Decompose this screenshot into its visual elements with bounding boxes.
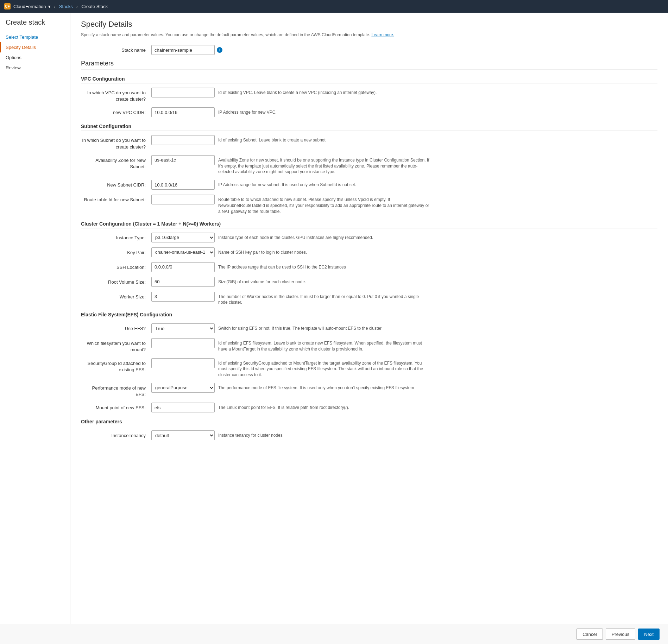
- stack-name-info-icon[interactable]: i: [217, 47, 222, 53]
- field-wrap-az: Availability Zone for new subnet, it sho…: [151, 155, 657, 175]
- field-wrap-vpc-id: Id of existing VPC. Leave blank to creat…: [151, 88, 657, 97]
- input-efs-filesystem-id[interactable]: [151, 338, 215, 348]
- stack-name-label: Stack name: [81, 45, 151, 53]
- field-group-use-efs: Use EFS?TrueFalseSwitch for using EFS or…: [81, 323, 657, 333]
- field-hint-efs-sg-id: Id of existing SecurityGroup attached to…: [218, 358, 429, 378]
- field-label-efs-performance-mode: Performance mode of new EFS:: [81, 383, 151, 398]
- sidebar-item-select-template[interactable]: Select Template: [0, 32, 70, 42]
- breadcrumb-separator: ›: [54, 4, 56, 9]
- select-use-efs[interactable]: TrueFalse: [151, 323, 215, 333]
- field-hint-instance-type: Instance type of each node in the cluste…: [218, 233, 373, 241]
- field-group-subnet-id: In which Subnet do you want to create cl…: [81, 135, 657, 150]
- field-group-efs-performance-mode: Performance mode of new EFS:generalPurpo…: [81, 383, 657, 398]
- sidebar-item-options[interactable]: Options: [0, 52, 70, 63]
- next-button[interactable]: Next: [638, 629, 660, 640]
- params-container: VPC ConfigurationIn which VPC do you wan…: [81, 76, 657, 440]
- breadcrumb-create-stack: Create Stack: [81, 4, 108, 9]
- sidebar-item-review[interactable]: Review: [0, 63, 70, 73]
- field-label-subnet-id: In which Subnet do you want to create cl…: [81, 135, 151, 150]
- field-wrap-efs-sg-id: Id of existing SecurityGroup attached to…: [151, 358, 657, 378]
- field-group-key-pair: Key Pair:chainer-omura-us-east-1Name of …: [81, 247, 657, 257]
- field-label-worker-size: Worker Size:: [81, 292, 151, 300]
- field-group-efs-mount-point: Mount point of new EFS:The Linux mount p…: [81, 403, 657, 412]
- field-label-root-volume-size: Root Volume Size:: [81, 277, 151, 285]
- field-hint-efs-mount-point: The Linux mount point for EFS. It is rel…: [218, 403, 349, 411]
- cancel-button[interactable]: Cancel: [576, 629, 603, 640]
- field-wrap-vpc-cidr: IP Address range for new VPC.: [151, 107, 657, 117]
- input-az[interactable]: [151, 155, 215, 165]
- field-group-subnet-cidr: New Subnet CIDR:IP Address range for new…: [81, 180, 657, 190]
- field-hint-root-volume-size: Size(GiB) of root volume for each cluste…: [218, 277, 306, 285]
- section-description: Specify a stack name and parameter value…: [81, 32, 657, 38]
- subsection-title: Subnet Configuration: [81, 124, 657, 131]
- field-label-efs-filesystem-id: Which filesystem you want to mount?: [81, 338, 151, 353]
- field-hint-instance-tenancy: Instance tenancy for cluster nodes.: [218, 430, 284, 438]
- top-navigation: CF CloudFormation ▾ › Stacks › Create St…: [0, 0, 668, 13]
- input-vpc-cidr[interactable]: [151, 107, 215, 117]
- service-name: CloudFormation ▾: [13, 4, 51, 9]
- field-label-instance-tenancy: InstanceTenancy: [81, 430, 151, 439]
- input-root-volume-size[interactable]: [151, 277, 215, 287]
- field-hint-vpc-id: Id of existing VPC. Leave blank to creat…: [218, 88, 377, 96]
- stack-name-input[interactable]: [151, 45, 215, 55]
- field-label-vpc-id: In which VPC do you want to create clust…: [81, 88, 151, 102]
- input-worker-size[interactable]: [151, 292, 215, 302]
- param-section-cluster-configuration--cluster---1-master---n---0--workers-: Cluster Configuration (Cluster = 1 Maste…: [81, 221, 657, 306]
- field-wrap-key-pair: chainer-omura-us-east-1Name of SSH key p…: [151, 247, 657, 257]
- field-label-efs-mount-point: Mount point of new EFS:: [81, 403, 151, 411]
- input-efs-mount-point[interactable]: [151, 403, 215, 412]
- field-wrap-route-table-id: Route table Id to which attached to new …: [151, 195, 657, 214]
- parameters-section: Parameters VPC ConfigurationIn which VPC…: [81, 60, 657, 440]
- select-instance-tenancy[interactable]: defaultdedicated: [151, 430, 215, 440]
- field-group-worker-size: Worker Size:The number of Worker nodes i…: [81, 292, 657, 306]
- input-subnet-id[interactable]: [151, 135, 215, 145]
- param-section-vpc-configuration: VPC ConfigurationIn which VPC do you wan…: [81, 76, 657, 117]
- sidebar: Create stack Select Template Specify Det…: [0, 13, 70, 644]
- dropdown-icon[interactable]: ▾: [48, 4, 51, 9]
- param-section-subnet-configuration: Subnet ConfigurationIn which Subnet do y…: [81, 124, 657, 214]
- field-wrap-ssh-location: The IP address range that can be used to…: [151, 262, 657, 272]
- select-template-link[interactable]: Select Template: [6, 34, 38, 40]
- input-subnet-cidr[interactable]: [151, 180, 215, 190]
- field-wrap-root-volume-size: Size(GiB) of root volume for each cluste…: [151, 277, 657, 287]
- field-group-ssh-location: SSH Location:The IP address range that c…: [81, 262, 657, 272]
- parameters-title: Parameters: [81, 60, 657, 70]
- field-hint-subnet-id: Id of existing Subnet. Leave blank to cr…: [218, 135, 327, 143]
- breadcrumb-stacks[interactable]: Stacks: [59, 4, 73, 9]
- field-label-route-table-id: Route table Id for new Subnet:: [81, 195, 151, 203]
- input-vpc-id[interactable]: [151, 88, 215, 97]
- select-instance-type[interactable]: p3.16xlargep3.8xlargep3.2xlargep2.16xlar…: [151, 233, 215, 242]
- field-label-use-efs: Use EFS?: [81, 323, 151, 332]
- field-wrap-efs-mount-point: The Linux mount point for EFS. It is rel…: [151, 403, 657, 412]
- subsection-title: Other parameters: [81, 419, 657, 426]
- page-section-title: Specify Details: [81, 20, 657, 29]
- input-efs-sg-id[interactable]: [151, 358, 215, 368]
- field-hint-efs-performance-mode: The performance mode of EFS file system.…: [218, 383, 414, 391]
- field-label-instance-type: Instance Type:: [81, 233, 151, 241]
- learn-more-link[interactable]: Learn more.: [371, 32, 394, 37]
- main-content: Specify Details Specify a stack name and…: [70, 13, 668, 644]
- field-group-root-volume-size: Root Volume Size:Size(GiB) of root volum…: [81, 277, 657, 287]
- page-title: Create stack: [0, 18, 70, 32]
- sidebar-item-specify-details[interactable]: Specify Details: [0, 42, 70, 52]
- field-group-vpc-cidr: new VPC CIDR:IP Address range for new VP…: [81, 107, 657, 117]
- field-wrap-subnet-cidr: IP Address range for new subnet. It is u…: [151, 180, 657, 190]
- select-efs-performance-mode[interactable]: generalPurposemaxIO: [151, 383, 215, 393]
- select-key-pair[interactable]: chainer-omura-us-east-1: [151, 247, 215, 257]
- input-route-table-id[interactable]: [151, 195, 215, 204]
- subsection-title: Cluster Configuration (Cluster = 1 Maste…: [81, 221, 657, 228]
- field-hint-key-pair: Name of SSH key pair to login to cluster…: [218, 247, 307, 255]
- field-group-route-table-id: Route table Id for new Subnet:Route tabl…: [81, 195, 657, 214]
- field-group-instance-tenancy: InstanceTenancydefaultdedicatedInstance …: [81, 430, 657, 440]
- field-wrap-instance-type: p3.16xlargep3.8xlargep3.2xlargep2.16xlar…: [151, 233, 657, 242]
- input-ssh-location[interactable]: [151, 262, 215, 272]
- field-group-vpc-id: In which VPC do you want to create clust…: [81, 88, 657, 102]
- field-group-efs-filesystem-id: Which filesystem you want to mount?Id of…: [81, 338, 657, 353]
- previous-button[interactable]: Previous: [606, 629, 636, 640]
- field-wrap-efs-performance-mode: generalPurposemaxIOThe performance mode …: [151, 383, 657, 393]
- field-hint-ssh-location: The IP address range that can be used to…: [218, 262, 346, 270]
- field-label-vpc-cidr: new VPC CIDR:: [81, 107, 151, 116]
- field-hint-use-efs: Switch for using EFS or not. If this tru…: [218, 323, 382, 332]
- field-label-key-pair: Key Pair:: [81, 247, 151, 256]
- footer: Cancel Previous Next: [0, 624, 668, 644]
